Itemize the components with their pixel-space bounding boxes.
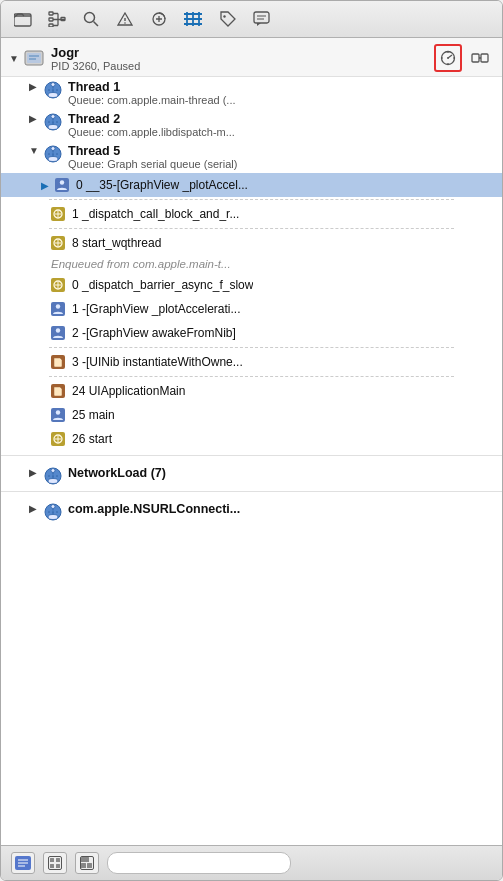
thread-2-chevron[interactable]: ▶ [29, 112, 43, 124]
enq-frame-2-icon [49, 324, 67, 342]
svg-point-53 [48, 157, 58, 162]
svg-rect-99 [50, 864, 54, 868]
hierarchy-icon[interactable] [47, 9, 67, 29]
filter-wrap: ⊙ [107, 852, 492, 874]
enq-frame-3-text: 3 -[UINib instantiateWithOwne... [72, 355, 243, 369]
process-icon [23, 47, 45, 69]
frame-1-text: 1 _dispatch_call_block_and_r... [72, 207, 239, 221]
svg-point-23 [223, 15, 225, 17]
thread-5-item[interactable]: ▼ Thread 5 Queue: Graph serial queue (se… [1, 141, 502, 173]
frame-separator-2 [49, 228, 454, 229]
network-load-item[interactable]: ▶ NetworkLoad (7) [1, 463, 502, 489]
process-actions [434, 44, 494, 72]
folder-icon[interactable] [13, 9, 33, 29]
thread-1-text: Thread 1 Queue: com.apple.main-thread (.… [68, 80, 236, 106]
svg-point-47 [51, 115, 55, 119]
bottom-btn-1[interactable] [11, 852, 35, 874]
debugger-window: ▼ Jogr PID 3260, Paused [0, 0, 503, 881]
nsurlconnection-item[interactable]: ▶ com.apple.NSURLConnecti... [1, 499, 502, 525]
thread-2-queue: Queue: com.apple.libdispatch-m... [68, 126, 235, 138]
svg-point-77 [56, 410, 60, 414]
enq-frame-24-icon [49, 382, 67, 400]
network-load-text: NetworkLoad (7) [68, 466, 166, 480]
tag-icon[interactable] [217, 9, 237, 29]
svg-point-43 [48, 93, 58, 98]
frame-0-text: 0 __35-[GraphView _plotAccel... [76, 178, 248, 192]
section-divider-1 [1, 455, 502, 463]
filter-input[interactable] [107, 852, 291, 874]
section-divider-2 [1, 491, 502, 499]
thread-1-queue: Queue: com.apple.main-thread (... [68, 94, 236, 106]
enq-frame-26-icon [49, 430, 67, 448]
svg-line-33 [448, 55, 452, 58]
network-load-chevron[interactable]: ▶ [29, 466, 43, 478]
svg-rect-28 [27, 53, 41, 63]
toolbar [1, 1, 502, 38]
warning-icon[interactable] [115, 9, 135, 29]
enq-frame-1-icon [49, 300, 67, 318]
frame-separator-4 [49, 376, 454, 377]
process-row[interactable]: ▼ Jogr PID 3260, Paused [1, 38, 502, 77]
nsurlconnection-icon [43, 502, 63, 522]
svg-point-73 [56, 328, 60, 332]
thread-2-text: Thread 2 Queue: com.apple.libdispatch-m.… [68, 112, 235, 138]
enq-frame-26-text: 26 start [72, 432, 112, 446]
svg-point-48 [48, 125, 58, 130]
profile-button[interactable] [434, 44, 462, 72]
enq-frame-25-item[interactable]: 25 main [1, 403, 502, 427]
thread-1-chevron[interactable]: ▶ [29, 80, 43, 92]
svg-rect-24 [254, 12, 269, 23]
frame-separator-1 [49, 199, 454, 200]
bottom-toolbar: ⊙ [1, 845, 502, 880]
frame-separator-3 [49, 347, 454, 348]
thread-2-item[interactable]: ▶ Thread 2 Queue: com.apple.libdispatch-… [1, 109, 502, 141]
enq-frame-25-icon [49, 406, 67, 424]
current-frame-indicator: ▶ [41, 180, 49, 191]
list-icon[interactable] [183, 9, 203, 29]
enq-frame-3-item[interactable]: 3 -[UINib instantiateWithOwne... [1, 350, 502, 374]
enq-frame-0-item[interactable]: 0 _dispatch_barrier_async_f_slow [1, 273, 502, 297]
spacer [1, 525, 502, 545]
svg-rect-104 [87, 863, 92, 868]
svg-point-71 [56, 304, 60, 308]
nsurlconnection-text: com.apple.NSURLConnecti... [68, 502, 240, 516]
enq-frame-0-text: 0 _dispatch_barrier_async_f_slow [72, 278, 253, 292]
frame-8-text: 8 start_wqthread [72, 236, 161, 250]
chat-icon[interactable] [251, 9, 271, 29]
svg-point-52 [51, 147, 55, 151]
enq-frame-2-text: 2 -[GraphView awakeFromNib] [72, 326, 236, 340]
svg-line-11 [94, 22, 99, 27]
nsurlconnection-chevron[interactable]: ▶ [29, 502, 43, 514]
enq-frame-0-icon [49, 276, 67, 294]
thread-5-queue: Queue: Graph serial queue (serial) [68, 158, 237, 170]
search-icon[interactable] [81, 9, 101, 29]
enq-frame-25-text: 25 main [72, 408, 115, 422]
thread-5-chevron[interactable]: ▼ [29, 144, 43, 156]
svg-rect-3 [49, 24, 53, 27]
thread-1-name: Thread 1 [68, 80, 236, 94]
bottom-btn-2[interactable] [43, 852, 67, 874]
network-load-name: NetworkLoad (7) [68, 466, 166, 480]
bottom-btn-3[interactable] [75, 852, 99, 874]
enq-frame-26-item[interactable]: 26 start [1, 427, 502, 451]
frame-8-icon [49, 234, 67, 252]
frame-8-item[interactable]: 8 start_wqthread [1, 231, 502, 255]
process-chevron[interactable]: ▼ [9, 52, 23, 64]
thread-1-icon [43, 80, 63, 100]
thread-5-text: Thread 5 Queue: Graph serial queue (seri… [68, 144, 237, 170]
enq-frame-24-item[interactable]: 24 UIApplicationMain [1, 379, 502, 403]
process-name: Jogr [51, 45, 434, 60]
frame-1-item[interactable]: 1 _dispatch_call_block_and_r... [1, 202, 502, 226]
enq-frame-2-item[interactable]: 2 -[GraphView awakeFromNib] [1, 321, 502, 345]
svg-rect-2 [49, 18, 53, 21]
frame-0-icon [53, 176, 71, 194]
svg-rect-103 [81, 863, 86, 868]
diff-icon[interactable] [149, 9, 169, 29]
svg-rect-39 [481, 54, 488, 62]
stack-button[interactable] [466, 44, 494, 72]
enq-frame-24-text: 24 UIApplicationMain [72, 384, 185, 398]
enq-frame-1-item[interactable]: 1 -[GraphView _plotAccelerati... [1, 297, 502, 321]
frame-0-item[interactable]: ▶ 0 __35-[GraphView _plotAccel... [1, 173, 502, 197]
network-load-icon [43, 466, 63, 486]
thread-1-item[interactable]: ▶ Thread 1 Queue: com.apple.main-thread … [1, 77, 502, 109]
